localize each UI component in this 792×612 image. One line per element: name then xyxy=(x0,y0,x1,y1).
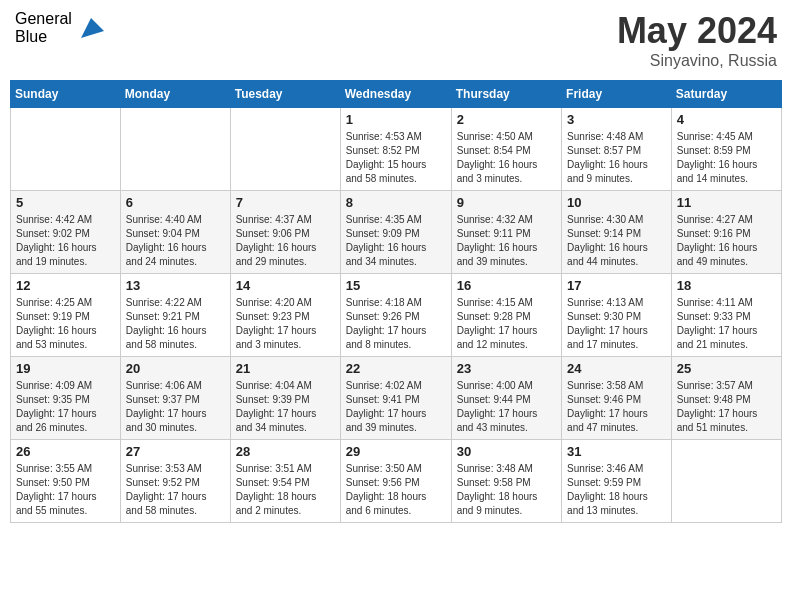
day-info: Sunrise: 4:02 AM Sunset: 9:41 PM Dayligh… xyxy=(346,379,446,435)
calendar-cell: 27Sunrise: 3:53 AM Sunset: 9:52 PM Dayli… xyxy=(120,440,230,523)
day-number: 28 xyxy=(236,444,335,459)
day-number: 23 xyxy=(457,361,556,376)
calendar-cell: 3Sunrise: 4:48 AM Sunset: 8:57 PM Daylig… xyxy=(562,108,672,191)
calendar-cell xyxy=(120,108,230,191)
logo: General Blue xyxy=(15,10,106,45)
day-number: 7 xyxy=(236,195,335,210)
day-info: Sunrise: 4:22 AM Sunset: 9:21 PM Dayligh… xyxy=(126,296,225,352)
calendar-cell: 6Sunrise: 4:40 AM Sunset: 9:04 PM Daylig… xyxy=(120,191,230,274)
week-row-2: 5Sunrise: 4:42 AM Sunset: 9:02 PM Daylig… xyxy=(11,191,782,274)
day-number: 1 xyxy=(346,112,446,127)
calendar-cell: 11Sunrise: 4:27 AM Sunset: 9:16 PM Dayli… xyxy=(671,191,781,274)
header-friday: Friday xyxy=(562,81,672,108)
week-row-5: 26Sunrise: 3:55 AM Sunset: 9:50 PM Dayli… xyxy=(11,440,782,523)
day-number: 21 xyxy=(236,361,335,376)
day-info: Sunrise: 4:00 AM Sunset: 9:44 PM Dayligh… xyxy=(457,379,556,435)
day-info: Sunrise: 4:48 AM Sunset: 8:57 PM Dayligh… xyxy=(567,130,666,186)
day-info: Sunrise: 4:45 AM Sunset: 8:59 PM Dayligh… xyxy=(677,130,776,186)
calendar-cell: 14Sunrise: 4:20 AM Sunset: 9:23 PM Dayli… xyxy=(230,274,340,357)
day-number: 31 xyxy=(567,444,666,459)
day-number: 3 xyxy=(567,112,666,127)
day-info: Sunrise: 3:53 AM Sunset: 9:52 PM Dayligh… xyxy=(126,462,225,518)
day-number: 25 xyxy=(677,361,776,376)
calendar-cell: 7Sunrise: 4:37 AM Sunset: 9:06 PM Daylig… xyxy=(230,191,340,274)
day-number: 14 xyxy=(236,278,335,293)
calendar-cell: 20Sunrise: 4:06 AM Sunset: 9:37 PM Dayli… xyxy=(120,357,230,440)
day-info: Sunrise: 4:13 AM Sunset: 9:30 PM Dayligh… xyxy=(567,296,666,352)
day-number: 6 xyxy=(126,195,225,210)
day-number: 17 xyxy=(567,278,666,293)
day-info: Sunrise: 3:46 AM Sunset: 9:59 PM Dayligh… xyxy=(567,462,666,518)
day-info: Sunrise: 4:11 AM Sunset: 9:33 PM Dayligh… xyxy=(677,296,776,352)
logo-blue-text: Blue xyxy=(15,28,72,46)
svg-marker-0 xyxy=(81,18,104,38)
header-row: SundayMondayTuesdayWednesdayThursdayFrid… xyxy=(11,81,782,108)
logo-general-text: General xyxy=(15,10,72,28)
day-number: 20 xyxy=(126,361,225,376)
day-info: Sunrise: 3:55 AM Sunset: 9:50 PM Dayligh… xyxy=(16,462,115,518)
calendar-cell: 16Sunrise: 4:15 AM Sunset: 9:28 PM Dayli… xyxy=(451,274,561,357)
calendar-cell: 18Sunrise: 4:11 AM Sunset: 9:33 PM Dayli… xyxy=(671,274,781,357)
week-row-1: 1Sunrise: 4:53 AM Sunset: 8:52 PM Daylig… xyxy=(11,108,782,191)
day-number: 2 xyxy=(457,112,556,127)
day-number: 26 xyxy=(16,444,115,459)
day-number: 15 xyxy=(346,278,446,293)
header-thursday: Thursday xyxy=(451,81,561,108)
page-header: General Blue May 2024 Sinyavino, Russia xyxy=(10,10,782,70)
day-info: Sunrise: 4:04 AM Sunset: 9:39 PM Dayligh… xyxy=(236,379,335,435)
day-info: Sunrise: 4:27 AM Sunset: 9:16 PM Dayligh… xyxy=(677,213,776,269)
calendar-cell: 15Sunrise: 4:18 AM Sunset: 9:26 PM Dayli… xyxy=(340,274,451,357)
day-info: Sunrise: 4:20 AM Sunset: 9:23 PM Dayligh… xyxy=(236,296,335,352)
calendar-cell: 9Sunrise: 4:32 AM Sunset: 9:11 PM Daylig… xyxy=(451,191,561,274)
day-number: 27 xyxy=(126,444,225,459)
day-number: 12 xyxy=(16,278,115,293)
day-number: 4 xyxy=(677,112,776,127)
day-number: 30 xyxy=(457,444,556,459)
day-number: 16 xyxy=(457,278,556,293)
calendar-cell: 4Sunrise: 4:45 AM Sunset: 8:59 PM Daylig… xyxy=(671,108,781,191)
day-number: 8 xyxy=(346,195,446,210)
day-info: Sunrise: 3:51 AM Sunset: 9:54 PM Dayligh… xyxy=(236,462,335,518)
day-number: 9 xyxy=(457,195,556,210)
calendar-cell: 1Sunrise: 4:53 AM Sunset: 8:52 PM Daylig… xyxy=(340,108,451,191)
day-number: 10 xyxy=(567,195,666,210)
day-info: Sunrise: 3:50 AM Sunset: 9:56 PM Dayligh… xyxy=(346,462,446,518)
day-info: Sunrise: 4:53 AM Sunset: 8:52 PM Dayligh… xyxy=(346,130,446,186)
day-info: Sunrise: 4:09 AM Sunset: 9:35 PM Dayligh… xyxy=(16,379,115,435)
calendar-cell xyxy=(11,108,121,191)
day-info: Sunrise: 4:50 AM Sunset: 8:54 PM Dayligh… xyxy=(457,130,556,186)
day-number: 11 xyxy=(677,195,776,210)
week-row-3: 12Sunrise: 4:25 AM Sunset: 9:19 PM Dayli… xyxy=(11,274,782,357)
day-info: Sunrise: 4:42 AM Sunset: 9:02 PM Dayligh… xyxy=(16,213,115,269)
calendar-cell: 31Sunrise: 3:46 AM Sunset: 9:59 PM Dayli… xyxy=(562,440,672,523)
day-number: 5 xyxy=(16,195,115,210)
day-info: Sunrise: 4:18 AM Sunset: 9:26 PM Dayligh… xyxy=(346,296,446,352)
calendar-cell: 12Sunrise: 4:25 AM Sunset: 9:19 PM Dayli… xyxy=(11,274,121,357)
day-number: 29 xyxy=(346,444,446,459)
calendar-cell xyxy=(671,440,781,523)
header-sunday: Sunday xyxy=(11,81,121,108)
calendar-cell: 17Sunrise: 4:13 AM Sunset: 9:30 PM Dayli… xyxy=(562,274,672,357)
calendar-cell xyxy=(230,108,340,191)
calendar-cell: 13Sunrise: 4:22 AM Sunset: 9:21 PM Dayli… xyxy=(120,274,230,357)
calendar-cell: 5Sunrise: 4:42 AM Sunset: 9:02 PM Daylig… xyxy=(11,191,121,274)
day-info: Sunrise: 4:30 AM Sunset: 9:14 PM Dayligh… xyxy=(567,213,666,269)
day-info: Sunrise: 4:15 AM Sunset: 9:28 PM Dayligh… xyxy=(457,296,556,352)
calendar-title: May 2024 xyxy=(617,10,777,52)
calendar-cell: 19Sunrise: 4:09 AM Sunset: 9:35 PM Dayli… xyxy=(11,357,121,440)
calendar-location: Sinyavino, Russia xyxy=(617,52,777,70)
calendar-cell: 2Sunrise: 4:50 AM Sunset: 8:54 PM Daylig… xyxy=(451,108,561,191)
day-info: Sunrise: 3:58 AM Sunset: 9:46 PM Dayligh… xyxy=(567,379,666,435)
logo-icon xyxy=(76,13,106,43)
header-saturday: Saturday xyxy=(671,81,781,108)
day-info: Sunrise: 4:32 AM Sunset: 9:11 PM Dayligh… xyxy=(457,213,556,269)
day-info: Sunrise: 4:35 AM Sunset: 9:09 PM Dayligh… xyxy=(346,213,446,269)
calendar-cell: 28Sunrise: 3:51 AM Sunset: 9:54 PM Dayli… xyxy=(230,440,340,523)
calendar-cell: 22Sunrise: 4:02 AM Sunset: 9:41 PM Dayli… xyxy=(340,357,451,440)
calendar-cell: 23Sunrise: 4:00 AM Sunset: 9:44 PM Dayli… xyxy=(451,357,561,440)
header-monday: Monday xyxy=(120,81,230,108)
week-row-4: 19Sunrise: 4:09 AM Sunset: 9:35 PM Dayli… xyxy=(11,357,782,440)
day-info: Sunrise: 3:57 AM Sunset: 9:48 PM Dayligh… xyxy=(677,379,776,435)
day-info: Sunrise: 4:25 AM Sunset: 9:19 PM Dayligh… xyxy=(16,296,115,352)
day-info: Sunrise: 4:37 AM Sunset: 9:06 PM Dayligh… xyxy=(236,213,335,269)
